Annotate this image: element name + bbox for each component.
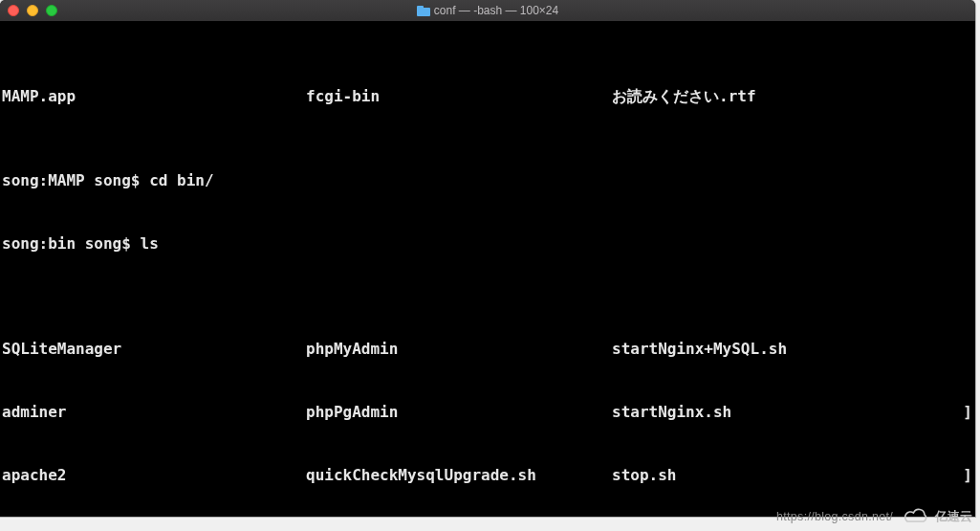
list-item: fcgi-bin <box>306 86 612 107</box>
list-item: apache2 <box>2 465 306 486</box>
list-item: startNginx+MySQL.sh <box>612 339 973 360</box>
list-item: adminer <box>2 402 306 423</box>
list-item: stop.sh <box>612 465 963 486</box>
watermark: https://blog.csdn.net/ 亿速云 <box>776 508 972 525</box>
list-row: adminerphpPgAdminstartNginx.sh] <box>2 402 972 423</box>
folder-icon <box>417 6 430 16</box>
list-item: お読みください.rtf <box>612 86 973 107</box>
cloud-icon <box>903 508 931 525</box>
minimize-button[interactable] <box>27 5 38 16</box>
maximize-button[interactable] <box>46 5 57 16</box>
list-item: phpMyAdmin <box>306 339 612 360</box>
terminal-window: conf — -bash — 100×24 MAMP.app fcgi-bin … <box>0 0 975 517</box>
list-item: quickCheckMysqlUpgrade.sh <box>306 465 612 486</box>
list-item: startNginx.sh <box>612 402 963 423</box>
prompt-line: song:bin song$ ls <box>2 233 973 254</box>
list-row: apache2quickCheckMysqlUpgrade.shstop.sh] <box>2 465 972 486</box>
window-title: conf — -bash — 100×24 <box>0 4 975 17</box>
terminal-content[interactable]: MAMP.app fcgi-bin お読みください.rtf song:MAMP … <box>0 21 975 517</box>
watermark-yisu-text: 亿速云 <box>935 508 972 525</box>
list-row: SQLiteManager phpMyAdmin startNginx+MySQ… <box>2 339 973 360</box>
watermark-yisu: 亿速云 <box>903 508 972 525</box>
list-item: MAMP.app <box>2 86 306 107</box>
close-button[interactable] <box>8 5 19 16</box>
window-title-text: conf — -bash — 100×24 <box>434 4 558 17</box>
prompt-line: song:MAMP song$ cd bin/ <box>2 170 973 191</box>
list-row: MAMP.app fcgi-bin お読みください.rtf <box>2 86 973 107</box>
list-item: phpPgAdmin <box>306 402 612 423</box>
list-item: SQLiteManager <box>2 339 306 360</box>
traffic-lights <box>8 5 57 16</box>
title-bar[interactable]: conf — -bash — 100×24 <box>0 0 975 21</box>
watermark-csdn: https://blog.csdn.net/ <box>776 510 893 523</box>
